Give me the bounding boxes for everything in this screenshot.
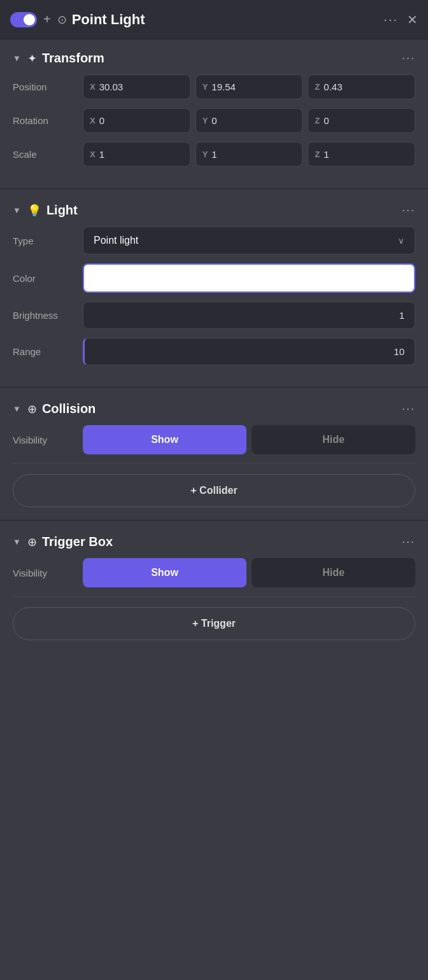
rotation-z-value: 0	[324, 115, 329, 126]
trigger-box-visibility-buttons: Show Hide	[83, 558, 415, 587]
light-section-header: ▼ 💡 Light ···	[0, 192, 428, 227]
position-x-input[interactable]: X 30.03	[83, 74, 190, 99]
collision-chevron[interactable]: ▼	[13, 404, 21, 414]
scale-y-value: 1	[211, 149, 217, 160]
add-button-header[interactable]: +	[43, 12, 51, 27]
scale-z-value: 1	[324, 149, 329, 160]
range-value: 10	[394, 346, 404, 357]
toggle-knob	[24, 14, 35, 25]
scale-x-value: 1	[99, 149, 104, 160]
rotation-y-value: 0	[211, 115, 217, 126]
close-button[interactable]: ✕	[407, 12, 418, 27]
color-label: Color	[13, 273, 83, 284]
color-picker[interactable]	[83, 263, 415, 293]
brightness-input[interactable]: 1	[83, 302, 415, 329]
color-control	[83, 263, 415, 293]
divider-2	[0, 387, 428, 388]
page-title: Point Light	[72, 11, 384, 28]
transform-section: ▼ ✦ Transform ··· Position X 30.03 Y 19.…	[0, 39, 428, 186]
add-collider-button[interactable]: + Collider	[13, 474, 415, 507]
add-trigger-button[interactable]: + Trigger	[13, 607, 415, 640]
transform-body: Position X 30.03 Y 19.54 Z 0.43 Rotation	[0, 74, 428, 167]
brightness-control: 1	[83, 302, 415, 329]
toggle-switch[interactable]	[10, 12, 37, 27]
trigger-box-show-button[interactable]: Show	[83, 558, 246, 587]
light-section: ▼ 💡 Light ··· Type Point light ∨ Color B…	[0, 192, 428, 384]
collision-visibility-buttons: Show Hide	[83, 425, 415, 454]
range-control: 10	[83, 338, 415, 365]
position-label: Position	[13, 81, 83, 92]
light-menu-button[interactable]: ···	[402, 204, 415, 217]
scale-x-label: X	[90, 150, 96, 159]
transform-menu-button[interactable]: ···	[402, 52, 415, 65]
position-y-value: 19.54	[211, 81, 236, 92]
color-row: Color	[13, 263, 415, 293]
scale-inputs: X 1 Y 1 Z 1	[83, 142, 415, 167]
position-x-label: X	[90, 82, 96, 92]
type-dropdown-control[interactable]: Point light ∨	[83, 227, 415, 255]
trigger-box-section-header: ▼ ⊕ Trigger Box ···	[0, 523, 428, 558]
rotation-y-label: Y	[203, 116, 208, 125]
divider-1	[0, 188, 428, 189]
rotation-x-input[interactable]: X 0	[83, 108, 190, 133]
collision-menu-button[interactable]: ···	[402, 402, 415, 416]
type-dropdown[interactable]: Point light ∨	[83, 227, 415, 255]
scale-z-label: Z	[315, 150, 320, 159]
range-input[interactable]: 10	[83, 338, 415, 365]
transform-icon: ✦	[27, 52, 37, 66]
app-header: + ⊙ Point Light ··· ✕	[0, 0, 428, 39]
position-y-label: Y	[203, 82, 208, 92]
scale-y-label: Y	[203, 150, 208, 159]
rotation-label: Rotation	[13, 115, 83, 126]
brightness-value: 1	[399, 310, 404, 321]
position-x-value: 30.03	[99, 81, 124, 92]
collision-divider	[13, 463, 415, 464]
transform-chevron[interactable]: ▼	[13, 53, 21, 63]
trigger-box-section: ▼ ⊕ Trigger Box ··· Visibility Show Hide…	[0, 523, 428, 650]
type-label: Type	[13, 235, 83, 246]
collision-visibility-row: Visibility Show Hide	[0, 425, 428, 454]
trigger-box-title: Trigger Box	[42, 535, 402, 549]
trigger-box-chevron[interactable]: ▼	[13, 537, 21, 547]
light-body: Type Point light ∨ Color Brightness 1	[0, 227, 428, 365]
position-inputs: X 30.03 Y 19.54 Z 0.43	[83, 74, 415, 99]
divider-3	[0, 520, 428, 521]
scale-row: Scale X 1 Y 1 Z 1	[13, 142, 415, 167]
rotation-row: Rotation X 0 Y 0 Z 0	[13, 108, 415, 133]
more-options-button[interactable]: ···	[383, 12, 398, 27]
light-chevron[interactable]: ▼	[13, 206, 21, 215]
trigger-box-visibility-label: Visibility	[13, 568, 83, 578]
rotation-z-label: Z	[315, 116, 320, 125]
transform-title: Transform	[42, 51, 402, 66]
scale-label: Scale	[13, 149, 83, 160]
position-z-value: 0.43	[324, 81, 342, 92]
collision-title: Collision	[42, 402, 402, 416]
type-dropdown-value: Point light	[94, 235, 138, 246]
scale-z-input[interactable]: Z 1	[308, 142, 415, 167]
type-row: Type Point light ∨	[13, 227, 415, 255]
light-title: Light	[46, 203, 402, 218]
range-label: Range	[13, 346, 83, 357]
light-icon: 💡	[27, 204, 41, 218]
scale-y-input[interactable]: Y 1	[196, 142, 303, 167]
position-y-input[interactable]: Y 19.54	[196, 74, 303, 99]
rotation-y-input[interactable]: Y 0	[196, 108, 303, 133]
rotation-z-input[interactable]: Z 0	[308, 108, 415, 133]
trigger-box-divider	[13, 596, 415, 597]
trigger-box-menu-button[interactable]: ···	[402, 535, 415, 549]
collision-visibility-label: Visibility	[13, 435, 83, 445]
trigger-box-icon: ⊕	[27, 535, 37, 549]
collision-hide-button[interactable]: Hide	[252, 425, 415, 454]
range-row: Range 10	[13, 338, 415, 365]
collision-section: ▼ ⊕ Collision ··· Visibility Show Hide +…	[0, 390, 428, 517]
chevron-down-icon: ∨	[398, 236, 404, 246]
collision-icon: ⊕	[27, 402, 37, 416]
trigger-box-hide-button[interactable]: Hide	[252, 558, 415, 587]
trigger-box-visibility-row: Visibility Show Hide	[0, 558, 428, 587]
collision-show-button[interactable]: Show	[83, 425, 246, 454]
rotation-x-value: 0	[99, 115, 104, 126]
collision-section-header: ▼ ⊕ Collision ···	[0, 390, 428, 425]
position-z-input[interactable]: Z 0.43	[308, 74, 415, 99]
point-light-header-icon: ⊙	[57, 13, 67, 27]
scale-x-input[interactable]: X 1	[83, 142, 190, 167]
